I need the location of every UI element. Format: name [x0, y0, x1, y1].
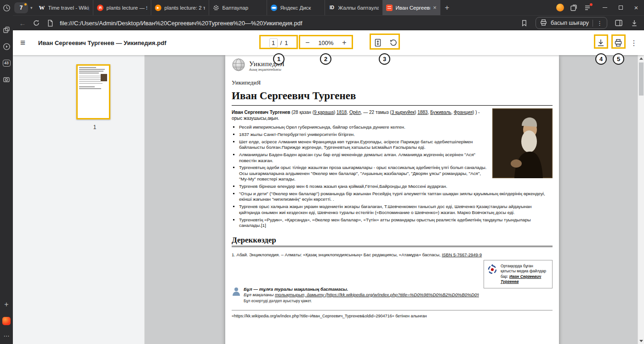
total-pages-label: 1: [285, 39, 288, 46]
wikipedia-tagline: Ашық энциклопедиясы: [249, 68, 285, 71]
scroll-up-button[interactable]: [638, 55, 644, 62]
person-stub-icon: [232, 287, 241, 304]
maximize-window-button[interactable]: [613, 0, 628, 15]
tab-plants-lecture-video[interactable]: ▶ plants lecture: 2 ть: [151, 0, 209, 15]
sidebar-more-icon[interactable]: ⋯: [2, 331, 11, 340]
refresh-icon[interactable]: [32, 19, 40, 27]
tab-count-badge[interactable]: 43: [2, 58, 11, 68]
tab-count-label: 43: [3, 60, 11, 67]
play-video-icon: ▶: [155, 4, 162, 11]
current-page-input[interactable]: 1: [269, 38, 278, 48]
pdf-right-controls: ⋮: [595, 30, 638, 55]
pdf-content-area: 1 УикипедиЯ: [13, 55, 644, 344]
stub-line-2: Бұл мақаланы толықтырып, дамыту (https:/…: [244, 292, 479, 298]
download-icon[interactable]: [595, 37, 606, 48]
tab-turgenev-pdf-active[interactable]: Иван Сергееви ×: [382, 0, 440, 15]
lead-bold-name: Иван Сергеевич Тургенев: [232, 110, 290, 115]
tab-label: Иван Сергееви: [396, 5, 430, 11]
tab-plants-lecture-search[interactable]: Я plants lecture — Я: [93, 0, 151, 15]
bookmark-flag-icon[interactable]: [520, 19, 528, 27]
zoom-controls: − 100% +: [300, 39, 352, 47]
list-item: Тургенев бірнеше өлеңдер мен 6 поэма жаз…: [239, 184, 553, 189]
zoom-out-button[interactable]: −: [302, 39, 313, 47]
tab-counter[interactable]: 7: [14, 2, 28, 13]
thumbnail-panel: 1: [13, 55, 145, 344]
scroll-down-button[interactable]: [638, 338, 644, 344]
sidebar-add-icon[interactable]: +: [2, 300, 11, 309]
pdf-document-title: Иван Сергеевич Тургенев — Уикипедия.pdf: [38, 39, 166, 46]
vertical-scrollbar[interactable]: [638, 55, 644, 344]
wiki-link[interactable]: 3 қыркүйек: [392, 110, 415, 115]
address-bar: ← file:///C:/Users/Admin/Desktop/Иван%20…: [13, 15, 644, 30]
wiki-link[interactable]: Франция: [454, 110, 473, 115]
address-bar-right-controls: басып шығару ⋮: [520, 17, 638, 29]
minimize-window-button[interactable]: [597, 0, 613, 15]
yandex-disk-icon: [271, 4, 278, 11]
printer-icon: [540, 19, 547, 27]
tab-groups-icon[interactable]: [570, 4, 578, 12]
edit-url-link[interactable]: (https://kk.wikipedia.org/w/index.php?ti…: [324, 292, 479, 297]
tab-label: Яндекс Диск: [280, 5, 321, 11]
back-arrow-icon[interactable]: ←: [18, 19, 27, 27]
wiki-link[interactable]: 1818: [336, 110, 347, 115]
gear-icon: [213, 4, 220, 11]
expand-article-link[interactable]: толықтырып, дамыту: [275, 292, 324, 297]
yandex-browser-logo-icon[interactable]: [2, 316, 11, 326]
browser-window: 43 + ⋯ 7 ▾ W Time travel - Wikip Я plant…: [0, 0, 644, 344]
pdf-viewport: УикипедиЯ Ашық энциклопедиясы УикипедиЯ …: [145, 55, 638, 344]
pdf-center-controls: 1 / 1 − 100% +: [260, 30, 399, 55]
notifications-icon[interactable]: [583, 4, 592, 12]
tab-time-travel[interactable]: W Time travel - Wikip: [35, 0, 93, 15]
tab-yandex-disk[interactable]: Яндекс Диск: [267, 0, 325, 15]
screenshot-icon[interactable]: [2, 75, 11, 84]
print-options-kebab-icon[interactable]: ⋮: [597, 20, 603, 27]
history-clock-icon[interactable]: [2, 3, 11, 12]
scrollbar-thumb[interactable]: [639, 62, 644, 96]
fit-to-page-icon[interactable]: [372, 37, 383, 48]
panels-icon[interactable]: [2, 25, 11, 34]
print-icon[interactable]: [613, 37, 624, 48]
pdf-page-1: УикипедиЯ Ашық энциклопедиясы УикипедиЯ …: [225, 55, 559, 344]
page-1-thumbnail[interactable]: [76, 64, 110, 119]
tab-settings[interactable]: Баптаулар: [209, 0, 267, 15]
page-counter: 1 / 1: [260, 38, 297, 48]
new-tab-button[interactable]: +: [440, 3, 454, 12]
more-options-kebab-icon[interactable]: ⋮: [630, 39, 638, 47]
zoom-in-button[interactable]: +: [339, 39, 349, 47]
tab-label: Жалпы баптаулар: [338, 5, 379, 11]
rotate-icon[interactable]: [388, 37, 399, 48]
retrieved-from-line: «https://kk.wikipedia.org/w/index.php?ti…: [232, 314, 553, 318]
profile-avatar-icon[interactable]: [556, 4, 564, 12]
yandex-icon: Я: [97, 4, 104, 11]
close-window-button[interactable]: ×: [628, 0, 644, 15]
tab-label: Баптаулар: [222, 5, 263, 11]
side-panel-icon[interactable]: [615, 19, 623, 27]
wikipedia-globe-icon: [232, 58, 245, 73]
wiki-link[interactable]: 9 қараша: [314, 110, 334, 115]
url-field[interactable]: file:///C:/Users/Admin/Desktop/Иван%20Се…: [60, 20, 302, 27]
close-tab-icon[interactable]: ×: [433, 4, 437, 11]
references-heading: Дереккөздер: [232, 236, 553, 247]
article-title: Иван Сергеевич Тургенев: [232, 90, 553, 106]
tab-yandex-id-settings[interactable]: ID Жалпы баптаулар: [325, 0, 382, 15]
menu-hamburger-icon[interactable]: ≡: [20, 38, 25, 48]
isbn-link[interactable]: ISBN 5-7667-2949-9: [442, 252, 482, 257]
thumbnail-image-block: [101, 74, 107, 81]
wiki-link[interactable]: 1883: [417, 110, 427, 115]
wikipedia-wordmark: УикипедиЯ: [249, 60, 285, 68]
site-header-line: УикипедиЯ: [232, 79, 553, 86]
zoom-level-label[interactable]: 100%: [318, 39, 333, 46]
wiki-link[interactable]: Орёл: [349, 110, 361, 115]
pdf-file-icon: [386, 4, 393, 11]
downloads-icon[interactable]: [630, 19, 638, 27]
browser-main-area: 7 ▾ W Time travel - Wikip Я plants lectu…: [13, 0, 644, 344]
wikipedia-header: УикипедиЯ Ашық энциклопедиясы: [232, 58, 553, 73]
print-button[interactable]: басып шығару ⋮: [536, 17, 607, 29]
list-item: Тургеневтің «Рудин», «Қарсаңда», «Әкелер…: [239, 217, 553, 229]
wiki-link[interactable]: Буживаль: [430, 110, 451, 115]
list-item: Тургенев орыс халқына жақын украин мәден…: [239, 204, 553, 215]
chevron-down-icon[interactable]: ▾: [30, 6, 33, 10]
page-divider: /: [280, 39, 282, 46]
wikipedia-icon: W: [39, 4, 46, 11]
video-play-icon[interactable]: [2, 42, 11, 51]
